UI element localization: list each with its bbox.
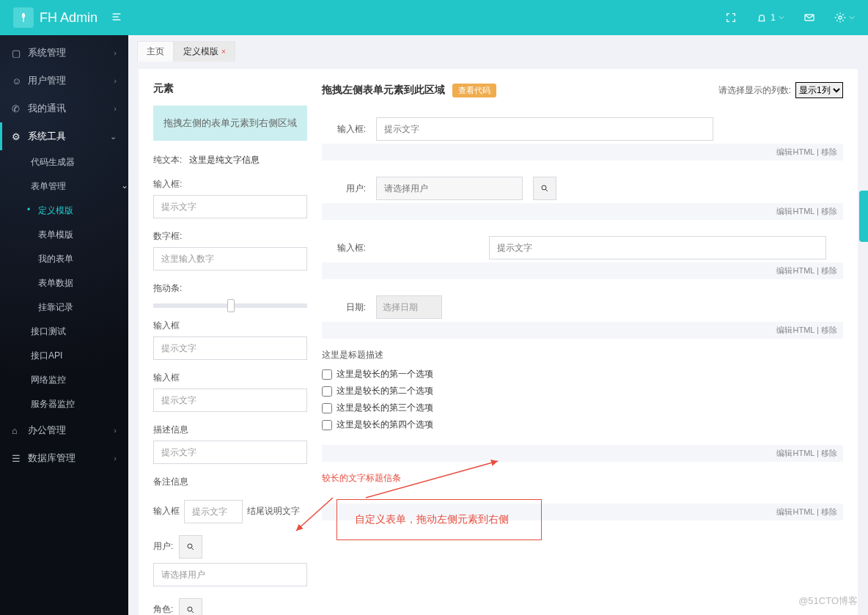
search-icon[interactable]	[533, 177, 556, 200]
nav-form-manage[interactable]: 表单管理⌄	[23, 174, 128, 199]
palette-input3[interactable]: 输入框	[153, 372, 307, 412]
palette-input2-field[interactable]	[153, 336, 307, 360]
nav-db-manage[interactable]: ☰数据库管理›	[0, 444, 128, 472]
palette-hint: 拖拽左侧的表单元素到右侧区域	[153, 106, 307, 141]
svg-point-4	[542, 185, 546, 190]
checkbox-option[interactable]: 这里是较长的第四个选项	[322, 416, 843, 433]
columns-hint: 请选择显示的列数:	[718, 84, 791, 97]
menu-toggle-icon[interactable]	[111, 11, 122, 25]
edit-html-link[interactable]: 编辑HTML	[776, 147, 814, 156]
palette-user[interactable]: 用户:	[153, 535, 307, 586]
mail-icon[interactable]	[803, 12, 815, 23]
nav-system-tools[interactable]: ⚙系统工具⌄	[0, 122, 128, 150]
nav-form-template[interactable]: 表单模版	[31, 223, 128, 247]
slider-handle[interactable]	[227, 299, 235, 312]
element-palette: 元素 拖拽左侧的表单元素到右侧区域 纯文本: 这里是纯文字信息 输入框: 数字框…	[153, 82, 307, 615]
palette-number[interactable]: 数字框:	[153, 230, 307, 270]
nav-form-data[interactable]: 表单数据	[31, 271, 128, 295]
palette-heading: 元素	[153, 82, 307, 95]
nav-net-monitor[interactable]: 网络监控	[23, 368, 128, 392]
svg-point-1	[839, 16, 842, 19]
canvas-row-date[interactable]: 日期: 选择日期	[322, 290, 843, 322]
view-code-button[interactable]: 查看代码	[452, 84, 496, 97]
right-drawer-handle[interactable]	[859, 191, 868, 242]
checkbox-option[interactable]: 这里是较长的第二个选项	[322, 383, 843, 399]
nav-api-test[interactable]: 接口测试	[23, 320, 128, 344]
palette-number-field[interactable]	[153, 247, 307, 270]
main-panel: 主页 定义模版× 元素 拖拽左侧的表单元素到右侧区域 纯文本: 这里是纯文字信息…	[128, 35, 868, 615]
edit-html-link[interactable]: 编辑HTML	[776, 449, 814, 457]
remove-link[interactable]: 移除	[821, 449, 837, 457]
page-tabs: 主页 定义模版×	[128, 35, 868, 62]
remove-link[interactable]: 移除	[821, 147, 837, 156]
form-canvas: 拖拽左侧表单元素到此区域 查看代码 请选择显示的列数: 显示1列 输入框: 编辑…	[322, 82, 843, 615]
remove-link[interactable]: 移除	[821, 207, 837, 216]
nav-user-manage[interactable]: ☺用户管理›	[0, 67, 128, 95]
app-title: FH Admin	[40, 10, 98, 26]
settings-icon[interactable]	[834, 12, 855, 23]
checkbox-option[interactable]: 这里是较长的第一个选项	[322, 366, 843, 383]
palette-desc-field[interactable]	[153, 441, 307, 464]
canvas-row-input1[interactable]: 输入框:	[322, 111, 843, 144]
search-icon[interactable]	[179, 535, 202, 559]
tab-define-template[interactable]: 定义模版×	[174, 41, 235, 62]
close-icon[interactable]: ×	[221, 48, 226, 56]
palette-input1-field[interactable]	[153, 195, 307, 218]
canvas-row-input2[interactable]: 输入框:	[322, 230, 843, 262]
nav-server-monitor[interactable]: 服务器监控	[23, 392, 128, 416]
canvas-row-user[interactable]: 用户:	[322, 171, 843, 203]
palette-input1[interactable]: 输入框:	[153, 178, 307, 218]
edit-html-link[interactable]: 编辑HTML	[776, 325, 814, 334]
topbar: FH Admin 1	[0, 0, 868, 35]
canvas-row-checkboxes[interactable]: 这里是标题描述 这里是较长的第一个选项 这里是较长的第二个选项 这里是较长的第三…	[322, 349, 843, 433]
svg-point-2	[188, 544, 192, 548]
columns-select[interactable]: 显示1列	[795, 82, 843, 98]
nav-code-gen[interactable]: 代码生成器	[23, 150, 128, 174]
palette-user-field[interactable]	[153, 563, 307, 586]
tab-home[interactable]: 主页	[137, 41, 174, 62]
canvas-user-input[interactable]	[376, 177, 523, 200]
remove-link[interactable]: 移除	[821, 266, 837, 275]
nav-attach-record[interactable]: 挂靠记录	[31, 295, 128, 320]
palette-slider[interactable]: 拖动条:	[153, 282, 307, 308]
palette-inline-field[interactable]	[184, 500, 243, 523]
annotation-box: 自定义表单，拖动左侧元素到右侧	[336, 499, 542, 540]
canvas-input1[interactable]	[376, 117, 713, 141]
app-logo-icon	[13, 7, 34, 28]
nav-define-template[interactable]: 定义模版	[31, 199, 128, 223]
topbar-actions: 1	[725, 12, 855, 23]
palette-role[interactable]: 角色:	[153, 598, 307, 616]
edit-html-link[interactable]: 编辑HTML	[776, 266, 814, 275]
slider-track[interactable]	[153, 303, 307, 308]
edit-html-link[interactable]: 编辑HTML	[776, 207, 814, 216]
nav-system-manage[interactable]: ▢系统管理›	[0, 39, 128, 67]
palette-plaintext[interactable]: 纯文本: 这里是纯文字信息	[153, 154, 307, 166]
palette-input2[interactable]: 输入框	[153, 320, 307, 360]
checkbox-group-title: 这里是标题描述	[322, 349, 843, 361]
palette-note[interactable]: 备注信息	[153, 476, 307, 488]
nav-office-manage[interactable]: ⌂办公管理›	[0, 416, 128, 444]
canvas-date-input[interactable]: 选择日期	[376, 295, 442, 319]
notification-icon[interactable]: 1	[756, 12, 784, 23]
canvas-heading: 拖拽左侧表单元素到此区域	[322, 84, 445, 97]
palette-inline-input[interactable]: 输入框 结尾说明文字	[153, 500, 307, 523]
palette-input3-field[interactable]	[153, 388, 307, 412]
remove-link[interactable]: 移除	[821, 325, 837, 334]
canvas-input2[interactable]	[489, 236, 826, 259]
palette-description[interactable]: 描述信息	[153, 424, 307, 464]
search-icon[interactable]	[179, 598, 202, 616]
nav-my-form[interactable]: 我的表单	[31, 247, 128, 271]
svg-point-3	[188, 607, 192, 611]
sidebar: ▢系统管理› ☺用户管理› ✆我的通讯› ⚙系统工具⌄ 代码生成器 表单管理⌄ …	[0, 35, 128, 615]
checkbox-option[interactable]: 这里是较长的第三个选项	[322, 399, 843, 416]
watermark: @51CTO博客	[798, 594, 858, 608]
nav-api[interactable]: 接口API	[23, 344, 128, 368]
nav-my-contacts[interactable]: ✆我的通讯›	[0, 95, 128, 122]
fullscreen-icon[interactable]	[725, 12, 737, 23]
